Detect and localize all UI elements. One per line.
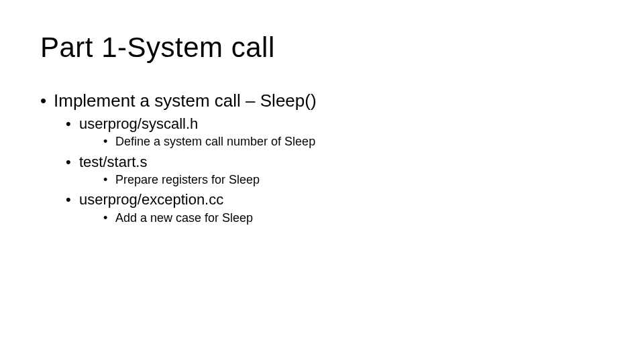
bullet-lvl1: Implement a system call – Sleep() userpr… — [40, 90, 604, 226]
bullet-lvl3: Prepare registers for Sleep — [103, 172, 604, 188]
bullet-sublist: Add a new case for Sleep — [79, 210, 604, 226]
slide-title: Part 1-System call — [40, 32, 604, 63]
bullet-lvl2: userprog/exception.cc Add a new case for… — [66, 190, 604, 226]
bullet-text: Add a new case for Sleep — [115, 211, 253, 225]
bullet-text: Define a system call number of Sleep — [115, 135, 315, 148]
bullet-text: userprog/syscall.h — [79, 115, 198, 132]
bullet-lvl2: test/start.s Prepare registers for Sleep — [66, 153, 604, 188]
bullet-text: Prepare registers for Sleep — [115, 173, 260, 186]
bullet-lvl2: userprog/syscall.h Define a system call … — [66, 115, 604, 150]
slide: Part 1-System call Implement a system ca… — [0, 0, 644, 362]
bullet-text: Implement a system call – Sleep() — [54, 90, 317, 111]
bullet-text: userprog/exception.cc — [79, 191, 223, 208]
bullet-sublist: userprog/syscall.h Define a system call … — [54, 115, 604, 227]
bullet-lvl3: Define a system call number of Sleep — [103, 134, 604, 149]
bullet-lvl3: Add a new case for Sleep — [103, 210, 604, 226]
bullet-list: Implement a system call – Sleep() userpr… — [40, 90, 604, 226]
bullet-sublist: Prepare registers for Sleep — [79, 172, 604, 188]
bullet-text: test/start.s — [79, 154, 147, 170]
bullet-sublist: Define a system call number of Sleep — [79, 134, 604, 149]
